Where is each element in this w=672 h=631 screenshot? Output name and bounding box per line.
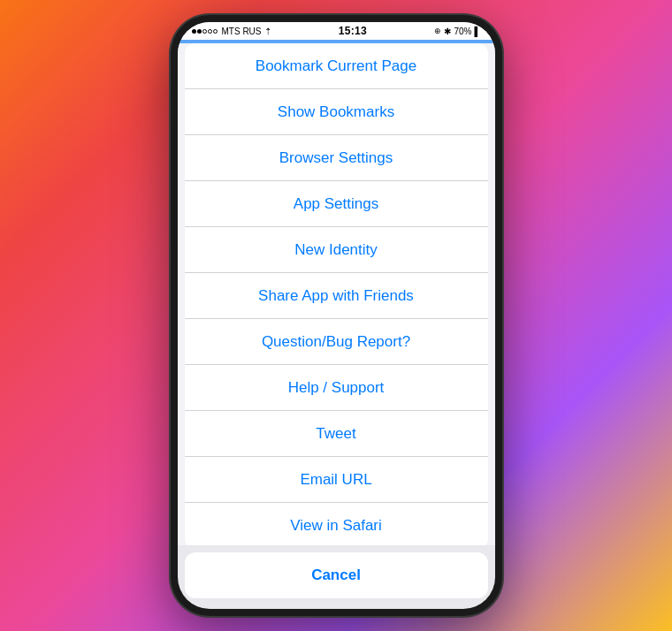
menu-item-browser-settings[interactable]: Browser Settings: [185, 135, 488, 181]
battery-icon: ▌: [474, 27, 480, 36]
menu-item-share-app[interactable]: Share App with Friends: [185, 273, 488, 319]
menu-item-label-app-settings: App Settings: [294, 195, 378, 213]
carrier-label: MTS RUS: [222, 27, 262, 36]
menu-item-tweet[interactable]: Tweet: [185, 411, 488, 457]
cancel-container: Cancel: [178, 545, 495, 609]
bluetooth-icon: ✱: [444, 27, 451, 36]
menu-item-label-help-support: Help / Support: [288, 379, 385, 397]
menu-item-help-support[interactable]: Help / Support: [185, 365, 488, 411]
menu-item-email-url[interactable]: Email URL: [185, 457, 488, 503]
signal-dot-2: [197, 29, 202, 34]
menu-item-label-bug-report: Question/Bug Report?: [262, 333, 410, 351]
menu-item-view-safari[interactable]: View in Safari: [185, 503, 488, 545]
signal-dot-4: [208, 29, 212, 34]
status-time: 15:13: [339, 25, 367, 37]
menu-item-bookmark-current[interactable]: Bookmark Current Page: [185, 43, 488, 89]
menu-item-label-email-url: Email URL: [300, 471, 371, 489]
status-bar: MTS RUS ⇡ 15:13 ⊕ ✱ 70% ▌: [178, 22, 495, 40]
signal-dot-5: [213, 29, 218, 34]
menu-item-label-show-bookmarks: Show Bookmarks: [278, 103, 394, 121]
wifi-icon: ⇡: [264, 27, 271, 36]
cancel-button[interactable]: Cancel: [185, 552, 488, 598]
menu-item-label-tweet: Tweet: [316, 425, 355, 443]
menu-item-label-bookmark-current: Bookmark Current Page: [256, 57, 416, 75]
battery-label: 70%: [454, 27, 471, 36]
menu-item-bug-report[interactable]: Question/Bug Report?: [185, 319, 488, 365]
menu-item-show-bookmarks[interactable]: Show Bookmarks: [185, 89, 488, 135]
menu-item-label-new-identity: New Identity: [294, 241, 378, 259]
menu-list: Bookmark Current PageShow BookmarksBrows…: [185, 43, 488, 545]
menu-item-app-settings[interactable]: App Settings: [185, 181, 488, 227]
menu-item-new-identity[interactable]: New Identity: [185, 227, 488, 273]
screen: MTS RUS ⇡ 15:13 ⊕ ✱ 70% ▌ Bookmark Curre…: [178, 22, 495, 609]
signal-dots: [192, 29, 218, 34]
phone-frame: MTS RUS ⇡ 15:13 ⊕ ✱ 70% ▌ Bookmark Curre…: [171, 15, 502, 616]
menu-item-label-share-app: Share App with Friends: [258, 287, 414, 305]
menu-container[interactable]: Bookmark Current PageShow BookmarksBrows…: [178, 43, 495, 545]
status-right: ⊕ ✱ 70% ▌: [434, 27, 480, 36]
content-area: Bookmark Current PageShow BookmarksBrows…: [178, 43, 495, 609]
top-bar-hint: [178, 40, 495, 43]
location-icon: ⊕: [434, 27, 441, 35]
menu-item-label-browser-settings: Browser Settings: [279, 149, 393, 167]
status-left: MTS RUS ⇡: [192, 27, 271, 36]
signal-dot-3: [202, 29, 207, 34]
signal-dot-1: [192, 29, 196, 34]
menu-item-label-view-safari: View in Safari: [290, 517, 382, 535]
